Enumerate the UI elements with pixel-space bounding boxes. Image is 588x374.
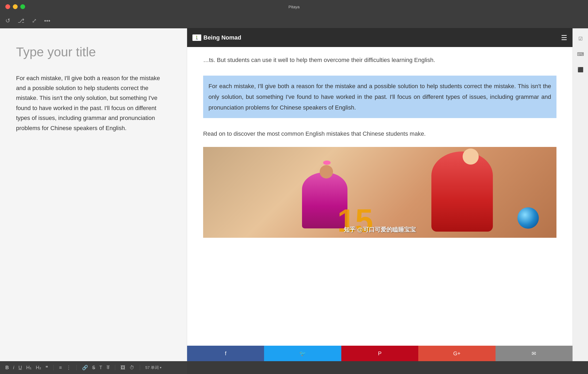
app-title: Pitaya: [288, 5, 300, 9]
link-icon[interactable]: 🔗: [82, 365, 88, 371]
right-sidebar: ☑ ⌨ ⬛: [572, 28, 588, 361]
gplus-icon: G+: [453, 350, 461, 357]
browser-nav: 🚶‍♂️ Being Nomad ☰: [187, 28, 572, 47]
toolbar-divider-1: [53, 365, 54, 370]
block-icon[interactable]: ⬛: [575, 65, 586, 75]
pinterest-icon: P: [378, 350, 381, 357]
social-bar: f 🐦 P G+ ✉: [187, 346, 572, 361]
pinterest-button[interactable]: P: [341, 346, 418, 361]
share-icon[interactable]: ⎇: [18, 17, 24, 24]
hamburger-icon[interactable]: ☰: [561, 34, 567, 42]
refresh-icon[interactable]: ↺: [5, 17, 10, 24]
brand-logo: 🚶‍♂️ Being Nomad: [192, 34, 241, 41]
remove-format-icon[interactable]: T̶: [107, 365, 110, 371]
text-icon[interactable]: T: [99, 365, 102, 371]
email-button[interactable]: ✉: [496, 346, 572, 361]
word-count-label: 57 单词: [145, 365, 159, 370]
highlighted-paragraph: For each mistake, I'll give both a reaso…: [203, 76, 556, 118]
toolbar-divider-3: [115, 365, 115, 370]
editor-title[interactable]: Type your title: [16, 44, 171, 60]
browser-panel: 🚶‍♂️ Being Nomad ☰ …ts. But students can…: [187, 28, 572, 361]
hair-bow: [323, 161, 331, 165]
toolbar-divider-4: [140, 365, 140, 370]
globe: [517, 207, 539, 229]
brand-name: Being Nomad: [203, 34, 241, 41]
highlighted-text: For each mistake, I'll give both a reaso…: [208, 83, 551, 111]
clock-icon[interactable]: ⏱: [130, 365, 134, 371]
title-bar: Pitaya: [0, 0, 588, 13]
word-count[interactable]: 57 单词 ▾: [145, 365, 162, 370]
child-head: [320, 165, 333, 178]
facebook-icon: f: [225, 350, 226, 357]
logo-icon: 🚶‍♂️: [192, 34, 201, 41]
twitter-button[interactable]: 🐦: [264, 346, 341, 361]
fullscreen-icon[interactable]: ⤢: [32, 17, 37, 24]
bottom-toolbar: B i U H₁ H₂ ❝ ≡ ⋮ 🔗 S̶ T T̶ 🖼 ⏱ 57 单词 ▾: [0, 361, 187, 374]
list-ol-icon[interactable]: ⋮: [66, 365, 71, 371]
italic-icon[interactable]: i: [13, 365, 14, 371]
twitter-icon: 🐦: [299, 350, 306, 357]
more-icon[interactable]: •••: [44, 17, 50, 24]
facebook-button[interactable]: f: [187, 346, 264, 361]
image-background: 15 知乎 @可口可爱的瞌睡宝宝: [203, 147, 556, 238]
toolbar-divider-2: [76, 365, 77, 370]
editor-body[interactable]: For each mistake, I'll give both a reaso…: [16, 73, 171, 133]
main-area: Type your title For each mistake, I'll g…: [0, 28, 588, 361]
strikethrough-icon[interactable]: S̶: [92, 365, 95, 371]
editor-panel[interactable]: Type your title For each mistake, I'll g…: [0, 28, 187, 361]
gplus-button[interactable]: G+: [418, 346, 495, 361]
main-toolbar: ↺ ⎇ ⤢ •••: [0, 13, 588, 28]
image-icon[interactable]: 🖼: [121, 365, 125, 371]
close-button[interactable]: [5, 4, 10, 9]
list-ul-icon[interactable]: ≡: [59, 365, 62, 371]
browser-logo-area: 🚶‍♂️ Being Nomad: [192, 34, 556, 41]
teacher-figure: [431, 151, 493, 232]
bold-icon[interactable]: B: [5, 365, 9, 371]
intro-text: …ts. But students can use it well to hel…: [203, 47, 556, 70]
article-image: 15 知乎 @可口可爱的瞌睡宝宝: [203, 147, 556, 238]
h1-icon[interactable]: H₁: [26, 365, 32, 371]
quote-icon[interactable]: ❝: [45, 365, 48, 371]
minimize-button[interactable]: [13, 4, 18, 9]
checkbox-icon[interactable]: ☑: [575, 34, 586, 44]
h2-icon[interactable]: H₂: [36, 365, 41, 371]
traffic-lights: [5, 4, 25, 9]
underline-icon[interactable]: U: [18, 365, 22, 371]
maximize-button[interactable]: [20, 4, 25, 9]
code-icon[interactable]: ⌨: [575, 49, 586, 59]
watermark: 知乎 @可口可爱的瞌睡宝宝: [344, 226, 416, 234]
after-text: Read on to discover the most common Engl…: [203, 123, 556, 144]
word-count-chevron: ▾: [160, 366, 161, 369]
email-icon: ✉: [532, 350, 536, 357]
browser-content: …ts. But students can use it well to hel…: [187, 47, 572, 361]
